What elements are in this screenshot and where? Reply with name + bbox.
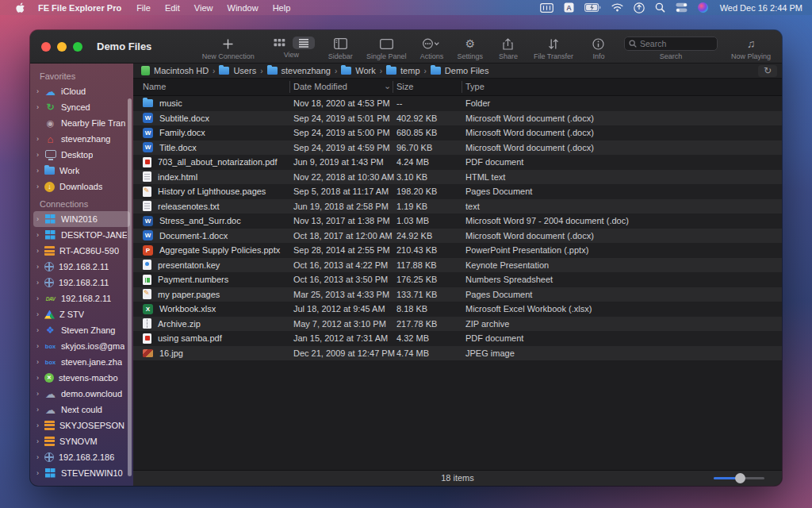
sidebar-item-desktop[interactable]: ›Desktop: [33, 147, 130, 163]
file-name: 703_all_about_notarization.pdf: [158, 157, 277, 167]
menu-window[interactable]: Window: [228, 3, 259, 13]
sidebar-item-rt-ac86u-590[interactable]: ›RT-AC86U-590: [33, 243, 130, 259]
table-row[interactable]: Aggregate Supply Policies.pptxSep 28, 20…: [133, 243, 782, 258]
table-row[interactable]: using samba.pdfJan 15, 2012 at 7:31 AM4.…: [133, 331, 782, 346]
file-type-cell: Microsoft Word document (.docx): [465, 140, 594, 156]
minimize-button[interactable]: [57, 42, 67, 52]
table-row[interactable]: History of Lighthouse.pagesSep 5, 2018 a…: [133, 184, 782, 199]
item-count: 18 items: [133, 473, 782, 483]
sidebar-item-work[interactable]: ›Work: [33, 163, 130, 179]
sort-chevron-icon[interactable]: ⌄: [384, 81, 391, 91]
new-connection-button[interactable]: New Connection: [202, 37, 255, 60]
search-input[interactable]: [640, 39, 711, 48]
battery-icon[interactable]: [584, 3, 601, 12]
sidebar-item-192-168-2-11[interactable]: ›192.168.2.11: [33, 259, 130, 275]
grid-view-button[interactable]: [268, 37, 291, 49]
table-row[interactable]: presentaton.keyOct 16, 2013 at 4:22 PM11…: [133, 258, 782, 273]
keyboard-icon[interactable]: [540, 3, 553, 13]
sidebar-item-steven-jane-zha[interactable]: ›steven.jane.zha: [33, 354, 130, 370]
search-icon[interactable]: [655, 2, 665, 13]
breadcrumb-item-temp[interactable]: temp: [386, 66, 419, 75]
table-row[interactable]: musicNov 18, 2020 at 4:53 PM--Folder: [133, 96, 782, 111]
sidebar-item-steven-zhang[interactable]: ›Steven Zhang: [33, 322, 130, 338]
zoom-slider[interactable]: [714, 477, 764, 479]
sidebar-item-synced[interactable]: ›Synced: [33, 99, 130, 115]
sidebar-item-synovm[interactable]: ›SYNOVM: [33, 433, 130, 449]
column-header-date-modified[interactable]: Date Modified: [293, 82, 347, 91]
sidebar-item-skyjos-ios-gma[interactable]: ›skyjos.ios@gma: [33, 338, 130, 354]
file-type-cell: JPEG image: [465, 346, 515, 361]
sidebar-item-stevenwin10[interactable]: ›STEVENWIN10: [33, 465, 130, 481]
column-header-size[interactable]: Size: [396, 82, 413, 91]
breadcrumb-label: Users: [233, 66, 256, 75]
table-row[interactable]: my paper.pagesMar 25, 2013 at 4:33 PM133…: [133, 287, 782, 302]
account-icon[interactable]: [634, 2, 645, 13]
now-playing-button[interactable]: ♫ Now Playing: [731, 37, 771, 60]
sidebar-item-downloads[interactable]: ›Downloads: [33, 179, 130, 194]
sidebar-item-next-could[interactable]: ›Next could: [33, 402, 130, 418]
table-row[interactable]: 703_all_about_notarization.pdfJun 9, 201…: [133, 155, 782, 170]
sidebar-item-stevens-macbo[interactable]: ›stevens-macbo: [33, 370, 130, 386]
column-header-name[interactable]: Name: [143, 82, 166, 91]
zoom-slider-thumb[interactable]: [735, 473, 745, 483]
sidebar-item-win2016[interactable]: ›WIN2016: [33, 211, 130, 227]
table-row[interactable]: 16.jpgDec 21, 2009 at 12:47 PM4.74 MBJPE…: [133, 346, 782, 361]
column-divider[interactable]: [462, 81, 462, 93]
table-row[interactable]: Payment.numbersOct 16, 2013 at 3:50 PM17…: [133, 272, 782, 287]
sidebar-item-nearby-file-tran[interactable]: Nearby File Tran: [33, 115, 130, 131]
sidebar-item-skyjosepson[interactable]: ›SKYJOSEPSON: [33, 418, 130, 433]
sidebar-item-z-stv[interactable]: ›Z STV: [33, 306, 130, 322]
menu-file[interactable]: File: [136, 3, 151, 13]
menu-edit[interactable]: Edit: [165, 3, 180, 13]
wifi-icon[interactable]: [611, 3, 623, 12]
list-view-button[interactable]: [293, 37, 315, 49]
menu-view[interactable]: View: [194, 3, 213, 13]
table-row[interactable]: Title.docxSep 24, 2019 at 4:59 PM96.70 K…: [133, 140, 782, 156]
table-row[interactable]: releasenotes.txtJun 19, 2018 at 2:58 PM1…: [133, 199, 782, 214]
breadcrumb-item-work[interactable]: Work: [341, 66, 375, 75]
table-row[interactable]: Family.docxSep 24, 2019 at 5:00 PM680.85…: [133, 125, 782, 140]
breadcrumb-item-macintosh-hd[interactable]: Macintosh HD: [141, 66, 209, 75]
refresh-button[interactable]: ↻: [758, 65, 777, 77]
menu-help[interactable]: Help: [273, 3, 291, 13]
sidebar-item-192-168-2-11[interactable]: ›192.168.2.11: [33, 275, 130, 291]
menubar-app-name[interactable]: FE File Explorer Pro: [38, 3, 121, 13]
sidebar-item-stevenzhang[interactable]: ›stevenzhang: [33, 131, 130, 147]
column-divider[interactable]: [393, 81, 393, 93]
input-source-icon[interactable]: A: [564, 2, 574, 13]
table-row[interactable]: Stress_and_Surr.docNov 13, 2017 at 1:38 …: [133, 214, 782, 229]
file-transfer-button[interactable]: File Transfer: [534, 37, 573, 60]
table-row[interactable]: Workbook.xlsxJul 18, 2012 at 9:45 AM8.18…: [133, 302, 782, 317]
breadcrumb-item-stevenzhang[interactable]: stevenzhang: [267, 66, 331, 75]
close-button[interactable]: [41, 42, 51, 52]
column-divider[interactable]: [289, 81, 290, 93]
zoom-button[interactable]: [73, 42, 82, 52]
file-name-cell: index.html: [143, 170, 290, 185]
menubar-clock[interactable]: Wed Dec 16 2:44 PM: [720, 3, 802, 13]
siri-icon[interactable]: [698, 2, 708, 13]
sidebar-item-192-168-2-11[interactable]: ›192.168.2.11: [33, 291, 130, 306]
actions-button[interactable]: Actions: [419, 37, 443, 60]
sidebar-item-192-168-2-186[interactable]: ›192.168.2.186: [33, 449, 130, 465]
file-name: History of Lighthouse.pages: [158, 187, 266, 196]
column-header-type[interactable]: Type: [465, 82, 485, 91]
sidebar-item-icloud[interactable]: ›iCloud: [33, 83, 130, 99]
apple-menu[interactable]: [16, 2, 25, 13]
table-row[interactable]: Document-1.docxOct 18, 2017 at 12:00 AM2…: [133, 229, 782, 244]
table-row[interactable]: Archive.zipMay 7, 2012 at 3:10 PM217.78 …: [133, 317, 782, 332]
share-button[interactable]: Share: [496, 37, 520, 60]
table-row[interactable]: Subtitle.docxSep 24, 2019 at 5:01 PM402.…: [133, 111, 782, 126]
sidebar-scrollbar[interactable]: [128, 98, 132, 476]
breadcrumb-item-users[interactable]: Users: [219, 66, 256, 75]
breadcrumb-item-demo-files[interactable]: Demo Files: [431, 66, 489, 75]
single-panel-button[interactable]: Single Panel: [366, 37, 407, 60]
sidebar-toggle-button[interactable]: Sidebar: [328, 37, 353, 60]
control-center-icon[interactable]: [676, 2, 688, 13]
info-button[interactable]: Info: [587, 37, 611, 60]
table-row[interactable]: index.htmlNov 22, 2018 at 10:30 AM3.10 K…: [133, 170, 782, 185]
actions-ellipsis-icon: [423, 37, 440, 51]
menu-bar: FE File Explorer Pro File Edit View Wind…: [0, 0, 812, 15]
sidebar-item-demo-owncloud[interactable]: ›demo.owncloud: [33, 386, 130, 402]
settings-button[interactable]: ⚙ Settings: [457, 37, 483, 60]
sidebar-item-desktop-jane[interactable]: ›DESKTOP-JANE: [33, 227, 130, 243]
